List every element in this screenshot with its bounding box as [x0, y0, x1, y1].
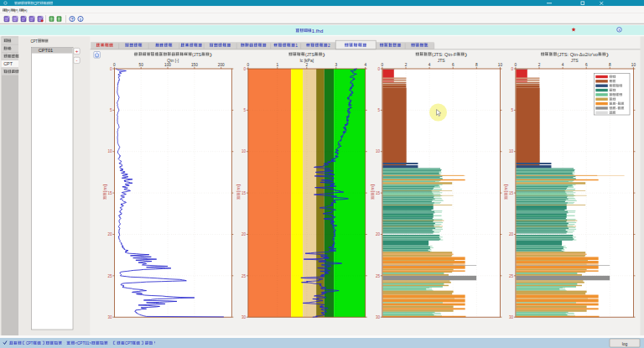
svg-text:200: 200 [218, 63, 225, 67]
svg-text:10: 10 [498, 63, 503, 67]
svg-text:15: 15 [376, 191, 381, 195]
svg-text:?: ? [70, 17, 73, 22]
svg-text:(P): (P) [14, 8, 18, 13]
svg-text:25: 25 [376, 274, 381, 278]
svg-text:10: 10 [631, 63, 636, 67]
svg-text:1: 1 [295, 43, 298, 48]
svg-text:25: 25 [242, 274, 247, 278]
svg-text:8: 8 [609, 63, 611, 67]
svg-text:CPT: CPT [34, 2, 39, 6]
svg-text:30: 30 [509, 315, 514, 319]
svg-text:10: 10 [107, 149, 112, 153]
svg-text:30: 30 [107, 315, 112, 319]
svg-text:0: 0 [247, 63, 250, 67]
svg-text:-: - [75, 57, 77, 63]
svg-text:10: 10 [509, 149, 514, 153]
svg-text:4: 4 [562, 63, 564, 67]
svg-text:): ) [606, 52, 609, 57]
svg-text:(JTS: (JTS [192, 52, 201, 57]
svg-text:): ) [323, 52, 325, 57]
svg-text:0: 0 [382, 63, 384, 67]
svg-text:8: 8 [475, 63, 478, 67]
svg-text:): ) [465, 52, 467, 57]
svg-text:20: 20 [509, 232, 514, 236]
svg-text:15: 15 [242, 191, 247, 195]
svg-text:4: 4 [364, 63, 366, 67]
svg-text:CPT: CPT [31, 39, 38, 44]
svg-text:(JTS: (JTS [305, 52, 314, 57]
svg-text:log: log [622, 341, 628, 346]
svg-text:20: 20 [242, 232, 247, 236]
svg-text:30: 30 [242, 315, 247, 319]
svg-text:20: 20 [107, 232, 112, 236]
svg-text:[m]: [m] [371, 184, 375, 193]
svg-text:2: 2 [328, 43, 330, 48]
svg-text:): ) [210, 52, 212, 57]
svg-text:100: 100 [164, 63, 171, 67]
svg-text:(F): (F) [6, 8, 10, 13]
svg-text:CPT01: CPT01 [39, 48, 54, 53]
svg-text:[m]: [m] [236, 184, 241, 193]
svg-text:3: 3 [335, 63, 337, 67]
svg-text:i: i [619, 28, 620, 32]
svg-text:(JTS: Qtn-Δu2/σ'vo: (JTS: Qtn-Δu2/σ'vo [558, 52, 599, 57]
svg-text:15: 15 [509, 191, 514, 195]
svg-text:10: 10 [242, 149, 247, 153]
svg-text:25: 25 [509, 274, 514, 278]
svg-text:<CPT01>: <CPT01> [75, 340, 91, 345]
svg-text:~: ~ [615, 106, 618, 111]
svg-text:~: ~ [615, 101, 618, 106]
svg-text:30: 30 [376, 315, 381, 319]
svg-text:2: 2 [538, 63, 541, 67]
svg-text:25: 25 [107, 274, 112, 278]
svg-text:JTS: JTS [571, 58, 579, 63]
svg-text:50: 50 [139, 63, 144, 67]
svg-text:1: 1 [276, 63, 278, 67]
svg-text:CPT: CPT [3, 61, 13, 66]
svg-text:2: 2 [405, 63, 408, 67]
svg-text:0: 0 [515, 63, 517, 67]
svg-text:6: 6 [452, 63, 454, 67]
svg-text:10: 10 [376, 149, 381, 153]
svg-text:[m]: [m] [103, 184, 107, 193]
svg-text:150: 150 [191, 63, 198, 67]
svg-text:(H): (H) [23, 8, 28, 13]
svg-text:0: 0 [113, 63, 116, 67]
svg-text:[m]: [m] [504, 184, 508, 193]
svg-text:CPT: CPT [26, 340, 33, 345]
svg-text:2: 2 [305, 63, 308, 67]
svg-text:4: 4 [428, 63, 431, 67]
svg-text:20: 20 [376, 232, 381, 236]
svg-text:(JTS: Qtn-F: (JTS: Qtn-F [432, 52, 457, 57]
svg-text:+: + [75, 48, 79, 54]
svg-text:1.fhd: 1.fhd [312, 29, 324, 34]
svg-text:6: 6 [585, 63, 588, 67]
svg-text:CPT: CPT [125, 340, 132, 345]
svg-text:JTS: JTS [438, 58, 446, 63]
svg-text:15: 15 [107, 191, 112, 195]
